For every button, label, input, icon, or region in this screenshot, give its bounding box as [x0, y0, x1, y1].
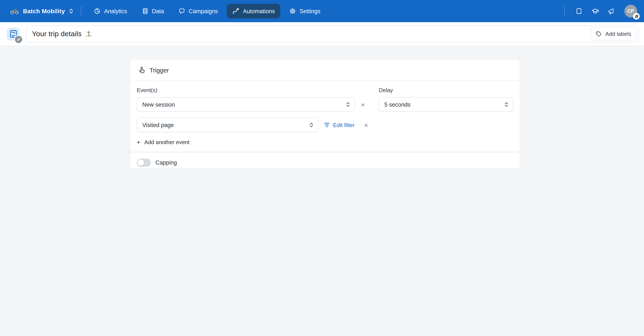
avatar-initials: CP: [628, 9, 634, 14]
gear-icon: [290, 8, 296, 15]
automation-title-bar: Your trip details: [0, 22, 644, 46]
graduation-cap-icon: [591, 8, 599, 15]
capping-label: Capping: [156, 159, 177, 166]
automation-type-button[interactable]: [7, 28, 20, 40]
trigger-card-body: Event(s) New session ×: [130, 81, 520, 168]
tab-label: Data: [152, 8, 164, 14]
label-tag-icon: [596, 31, 602, 37]
database-icon: [142, 8, 148, 15]
bicycle-icon: [10, 8, 19, 14]
tab-label: Analytics: [104, 8, 127, 14]
documentation-button[interactable]: [572, 4, 586, 18]
capping-row: Capping: [137, 153, 513, 167]
section-title: Trigger: [150, 67, 169, 74]
automation-title-input[interactable]: Your trip details: [26, 25, 639, 43]
trigger-card-header: Trigger: [130, 60, 520, 81]
book-icon: [575, 8, 582, 15]
tab-campaigns[interactable]: Campaigns: [173, 4, 224, 18]
tab-label: Settings: [300, 8, 320, 14]
hand-pointer-icon: [138, 67, 145, 74]
app-root: Batch Mobility Analytics: [0, 0, 644, 168]
filter-icon: [324, 122, 330, 128]
speech-bubble-icon: [178, 8, 185, 15]
top-navigation-bar: Batch Mobility Analytics: [0, 0, 644, 22]
plus-icon: +: [137, 139, 140, 145]
megaphone-icon: [607, 8, 615, 15]
remove-event-2-button[interactable]: ×: [360, 118, 372, 132]
event-select-1[interactable]: New session: [137, 97, 355, 112]
tab-analytics[interactable]: Analytics: [88, 4, 133, 18]
chevron-updown-icon: [501, 102, 508, 107]
main-content: Trigger Event(s) New session: [0, 60, 644, 168]
delay-label: Delay: [379, 87, 513, 93]
automation-title-text: Your trip details: [32, 30, 93, 38]
events-label: Event(s): [137, 87, 373, 93]
close-icon: ×: [361, 101, 365, 108]
workspace-name: Batch Mobility: [23, 8, 65, 15]
tab-label: Campaigns: [189, 8, 218, 14]
delay-select[interactable]: 5 seconds: [379, 97, 513, 112]
tab-settings[interactable]: Settings: [284, 4, 326, 18]
nav-divider: [564, 7, 565, 16]
nav-right-cluster: CP B: [559, 4, 637, 18]
edit-filter-link[interactable]: Edit filter: [324, 122, 354, 128]
tab-data[interactable]: Data: [136, 4, 170, 18]
chevron-updown-icon: [342, 102, 350, 107]
close-icon: ×: [364, 121, 368, 129]
edit-pencil-badge: [14, 35, 23, 44]
tab-label: Automations: [243, 8, 275, 14]
tab-automations[interactable]: Automations: [227, 4, 280, 18]
remove-event-1-button[interactable]: ×: [357, 97, 368, 112]
event-select-2[interactable]: Visited page: [137, 118, 318, 132]
add-labels-button[interactable]: Add labels: [590, 27, 636, 41]
capping-toggle[interactable]: [137, 159, 151, 167]
avatar[interactable]: CP B: [624, 5, 637, 18]
academy-button[interactable]: [588, 4, 602, 18]
palm-island-emoji: [84, 30, 93, 38]
trigger-card: Trigger Event(s) New session: [130, 60, 520, 168]
add-another-event-button[interactable]: + Add another event: [137, 139, 373, 151]
whats-new-button[interactable]: [604, 4, 618, 18]
nav-divider: [81, 7, 82, 16]
nav-tabs: Analytics Data: [88, 4, 326, 18]
chevron-updown-icon: [306, 122, 314, 128]
workspace-switcher[interactable]: Batch Mobility: [10, 8, 74, 15]
chevron-updown-icon: [69, 8, 74, 14]
batch-logo-badge: B: [633, 13, 640, 20]
route-icon: [232, 8, 240, 15]
pie-chart-icon: [94, 8, 101, 15]
